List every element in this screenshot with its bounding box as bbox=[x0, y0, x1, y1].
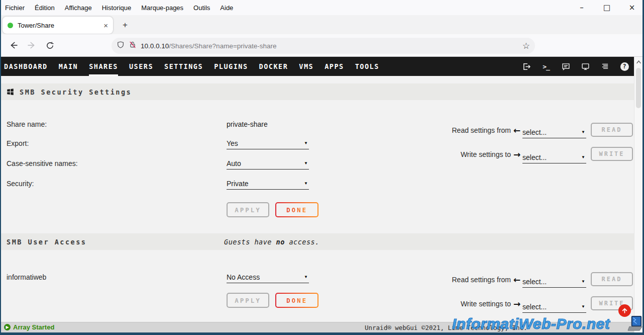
informatiweb-watermark: InformatiWeb-Pro.net bbox=[452, 315, 610, 332]
forward-icon[interactable] bbox=[24, 38, 39, 53]
arrow-right-icon: → bbox=[513, 149, 520, 159]
nav-shares[interactable]: SHARES bbox=[89, 57, 118, 76]
tracking-shield-icon[interactable] bbox=[117, 41, 125, 51]
smb-security-settings-header: SMB Security Settings bbox=[0, 83, 634, 100]
nav-docker[interactable]: DOCKER bbox=[259, 57, 288, 76]
array-status: ▶ Array Started bbox=[4, 323, 54, 331]
bookmark-star-icon[interactable]: ☆ bbox=[522, 41, 530, 51]
nav-users[interactable]: USERS bbox=[129, 57, 153, 76]
export-label: Export: bbox=[7, 139, 29, 147]
case-sensitive-select-value: Auto bbox=[227, 159, 241, 168]
unraid-nav-icons: >_ ? bbox=[522, 57, 629, 76]
apply-button[interactable]: APPLY bbox=[227, 202, 269, 217]
url-toolbar: 10.0.0.10/Shares/Share?name=private-shar… bbox=[0, 34, 644, 57]
caret-down-icon: ▼ bbox=[304, 141, 308, 145]
menu-fichier[interactable]: Fichier bbox=[5, 4, 25, 12]
write-to-select-value: select... bbox=[522, 153, 547, 161]
display-icon[interactable] bbox=[581, 62, 590, 71]
apply-button[interactable]: APPLY bbox=[227, 293, 269, 308]
read-settings-label: Read settings from bbox=[431, 276, 511, 284]
scrollbar-up-icon[interactable] bbox=[635, 59, 642, 65]
nav-apps[interactable]: APPS bbox=[325, 57, 344, 76]
user-access-select-value: No Access bbox=[227, 273, 260, 281]
minimize-icon[interactable]: – bbox=[577, 3, 587, 12]
feedback-icon[interactable] bbox=[561, 62, 570, 71]
menu-marque-pages[interactable]: Marque-pages bbox=[141, 4, 183, 12]
nav-tools[interactable]: TOOLS bbox=[355, 57, 379, 76]
nav-dashboard[interactable]: DASHBOARD bbox=[4, 57, 48, 76]
nav-main[interactable]: MAIN bbox=[59, 57, 78, 76]
insecure-lock-icon[interactable] bbox=[129, 41, 137, 51]
new-tab-button[interactable]: + bbox=[119, 19, 132, 31]
window-border bbox=[0, 332, 644, 335]
arrow-right-icon: → bbox=[513, 299, 520, 309]
nav-plugins[interactable]: PLUGINS bbox=[214, 57, 248, 76]
logout-icon[interactable] bbox=[522, 62, 531, 71]
help-icon[interactable]: ? bbox=[620, 62, 629, 71]
url-host: 10.0.0.10 bbox=[141, 42, 169, 50]
menu-historique[interactable]: Historique bbox=[102, 4, 132, 12]
write-settings-label: Write settings to bbox=[431, 300, 511, 308]
section-title: SMB User Access bbox=[7, 238, 86, 246]
scrollbar-thumb[interactable] bbox=[636, 68, 641, 108]
url-text[interactable]: 10.0.0.10/Shares/Share?name=private-shar… bbox=[141, 42, 518, 50]
caret-down-icon: ▼ bbox=[581, 279, 585, 284]
write-to-select[interactable]: select... ▼ bbox=[522, 151, 586, 163]
write-to-select-value: select... bbox=[522, 303, 547, 311]
tab-tower-share[interactable]: Tower/Share × bbox=[3, 17, 113, 34]
smb-user-access-header: SMB User Access Guests have no access. bbox=[0, 233, 634, 250]
caret-down-icon: ▼ bbox=[581, 130, 585, 134]
windows-logo-icon bbox=[7, 88, 14, 96]
window-border bbox=[0, 0, 1, 335]
user-access-select[interactable]: No Access ▼ bbox=[227, 271, 309, 283]
arrow-left-icon: ← bbox=[513, 275, 520, 285]
security-select-value: Private bbox=[227, 180, 249, 188]
read-button[interactable]: READ bbox=[591, 123, 633, 137]
case-sensitive-label: Case-sensitive names: bbox=[7, 159, 78, 168]
done-button[interactable]: DONE bbox=[275, 293, 318, 308]
reload-icon[interactable] bbox=[42, 38, 57, 53]
write-to-select[interactable]: select... ▼ bbox=[522, 301, 586, 313]
share-name-value: private-share bbox=[227, 120, 268, 128]
log-icon[interactable] bbox=[600, 62, 609, 71]
case-sensitive-select[interactable]: Auto ▼ bbox=[227, 157, 309, 170]
caret-down-icon: ▼ bbox=[581, 304, 585, 309]
read-from-select[interactable]: select... ▼ bbox=[522, 126, 586, 138]
firefox-window: Fichier Édition Affichage Historique Mar… bbox=[0, 0, 644, 335]
nav-vms[interactable]: VMS bbox=[299, 57, 313, 76]
done-button-label: DONE bbox=[286, 206, 307, 214]
play-icon: ▶ bbox=[4, 324, 11, 330]
caret-down-icon: ▼ bbox=[581, 155, 585, 159]
write-button[interactable]: WRITE bbox=[591, 147, 633, 161]
browser-menubar: Fichier Édition Affichage Historique Mar… bbox=[0, 0, 644, 15]
close-icon[interactable]: × bbox=[627, 3, 637, 12]
read-from-select-value: select... bbox=[522, 278, 547, 286]
menu-affichage[interactable]: Affichage bbox=[65, 4, 92, 12]
read-from-select[interactable]: select... ▼ bbox=[522, 276, 586, 288]
window-controls: – □ × bbox=[577, 0, 637, 15]
tab-title: Tower/Share bbox=[18, 22, 99, 29]
export-select-value: Yes bbox=[227, 139, 238, 147]
arrow-left-icon: ← bbox=[513, 125, 520, 135]
security-label: Security: bbox=[7, 180, 34, 188]
read-button[interactable]: READ bbox=[591, 272, 633, 286]
security-select[interactable]: Private ▼ bbox=[227, 178, 309, 190]
page-scrollbar[interactable] bbox=[634, 57, 642, 333]
menu-outils[interactable]: Outils bbox=[193, 4, 210, 12]
terminal-icon[interactable]: >_ bbox=[542, 62, 551, 71]
tab-close-icon[interactable]: × bbox=[103, 21, 108, 30]
url-field[interactable]: 10.0.0.10/Shares/Share?name=private-shar… bbox=[112, 38, 535, 54]
menu-aide[interactable]: Aide bbox=[220, 4, 233, 12]
nav-settings[interactable]: SETTINGS bbox=[164, 57, 203, 76]
back-icon[interactable] bbox=[6, 38, 21, 53]
array-status-label: Array Started bbox=[13, 323, 54, 331]
tab-bar: Tower/Share × + bbox=[0, 15, 644, 34]
user-name-label: informatiweb bbox=[7, 273, 46, 281]
export-select[interactable]: Yes ▼ bbox=[227, 137, 309, 149]
done-button[interactable]: DONE bbox=[275, 202, 318, 217]
menu-edition[interactable]: Édition bbox=[35, 4, 55, 12]
favicon-green-dot bbox=[8, 23, 13, 28]
read-settings-label: Read settings from bbox=[431, 126, 511, 134]
maximize-icon[interactable]: □ bbox=[602, 3, 612, 12]
caret-down-icon: ▼ bbox=[304, 275, 308, 279]
